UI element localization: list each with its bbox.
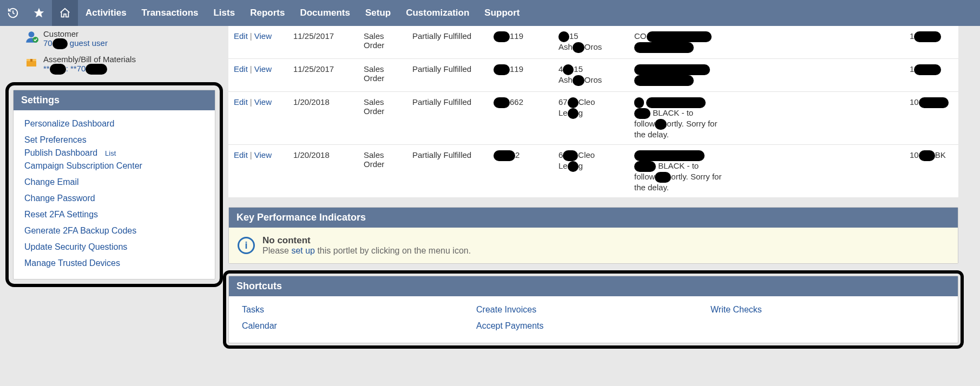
row-docnum: 2 [488, 145, 553, 198]
kpi-nocontent: No content [262, 235, 471, 246]
shortcut-tasks[interactable]: Tasks [242, 302, 476, 318]
settings-portlet: Settings Personalize Dashboard Set Prefe… [13, 90, 215, 279]
table-row: Edit|View 1/20/2018 Sales Order Partiall… [228, 92, 958, 145]
row-amount: 10BK [904, 145, 958, 198]
recent-icon[interactable] [0, 0, 26, 26]
row-date: 11/25/2017 [288, 26, 358, 59]
row-view[interactable]: View [254, 64, 272, 74]
row-type: Sales Order [358, 59, 407, 92]
settings-update-security-questions[interactable]: Update Security Questions [24, 239, 207, 255]
row-view[interactable]: View [254, 97, 272, 107]
shortcut-calendar[interactable]: Calendar [242, 318, 476, 334]
table-row: Edit|View 11/25/2017 Sales Order Partial… [228, 26, 958, 59]
row-view[interactable]: View [254, 150, 272, 159]
quick-customer-label: Customer [43, 29, 108, 38]
row-view[interactable]: View [254, 31, 272, 41]
settings-personalize-dashboard[interactable]: Personalize Dashboard [24, 116, 207, 132]
row-customer: 15AshOros [553, 26, 629, 59]
settings-change-email[interactable]: Change Email [24, 174, 207, 190]
shortcut-write-checks[interactable]: Write Checks [711, 302, 945, 318]
row-amount: 10 [904, 92, 958, 145]
top-nav: Activities Transactions Lists Reports Do… [0, 0, 980, 26]
kpi-setup-link[interactable]: set up [291, 246, 315, 255]
row-date: 1/20/2018 [288, 92, 358, 145]
row-status: Partially Fulfilled [407, 59, 488, 92]
settings-publish-dashboard-list[interactable]: List [105, 146, 116, 161]
row-docnum: 119 [488, 59, 553, 92]
row-date: 11/25/2017 [288, 59, 358, 92]
row-date: 1/20/2018 [288, 145, 358, 198]
quick-assembly-label: Assembly/Bill of Materials [43, 55, 136, 64]
row-type: Sales Order [358, 145, 407, 198]
assembly-icon [24, 55, 39, 70]
row-amount: 1 [904, 26, 958, 59]
row-status: Partially Fulfilled [407, 145, 488, 198]
quick-customer[interactable]: Customer 70 guest user [13, 28, 215, 54]
row-memo [629, 59, 904, 92]
nav-lists[interactable]: Lists [206, 0, 242, 26]
nav-activities[interactable]: Activities [78, 0, 134, 26]
row-edit[interactable]: Edit [234, 150, 248, 159]
row-docnum: 662 [488, 92, 553, 145]
kpi-header: Key Performance Indicators [229, 208, 958, 228]
row-amount: 1 [904, 59, 958, 92]
row-memo: BLACK - to followortly. Sorry for the de… [629, 145, 904, 198]
info-icon: i [238, 237, 255, 254]
row-status: Partially Fulfilled [407, 26, 488, 59]
row-status: Partially Fulfilled [407, 92, 488, 145]
nav-documents[interactable]: Documents [292, 0, 358, 26]
svg-point-1 [29, 31, 35, 37]
nav-customization[interactable]: Customization [398, 0, 477, 26]
table-row: Edit|View 1/20/2018 Sales Order Partiall… [228, 145, 958, 198]
settings-publish-dashboard[interactable]: Publish Dashboard [24, 145, 97, 161]
settings-reset-2fa[interactable]: Reset 2FA Settings [24, 207, 207, 223]
home-icon[interactable] [52, 0, 78, 26]
row-edit[interactable]: Edit [234, 64, 248, 74]
settings-generate-2fa-backup[interactable]: Generate 2FA Backup Codes [24, 223, 207, 239]
row-customer: 415AshOros [553, 59, 629, 92]
quick-assembly-sub: **: **70 [43, 64, 136, 75]
nav-support[interactable]: Support [477, 0, 527, 26]
kpi-message: Please set up this portlet by clicking o… [262, 246, 471, 256]
shortcuts-portlet: Shortcuts Tasks Calendar Create Invoices… [228, 276, 958, 343]
row-customer: 67CleoLeg [553, 92, 629, 145]
row-edit[interactable]: Edit [234, 31, 248, 41]
quick-assembly[interactable]: Assembly/Bill of Materials **: **70 [13, 54, 215, 79]
row-customer: 6CleoLeg [553, 145, 629, 198]
nav-setup[interactable]: Setup [358, 0, 398, 26]
nav-transactions[interactable]: Transactions [134, 0, 206, 26]
customer-icon [24, 29, 39, 44]
quick-customer-sub: 70 guest user [43, 38, 108, 49]
row-edit[interactable]: Edit [234, 97, 248, 107]
shortcut-create-invoices[interactable]: Create Invoices [476, 302, 711, 318]
orders-table: Edit|View 11/25/2017 Sales Order Partial… [228, 26, 958, 197]
shortcut-accept-payments[interactable]: Accept Payments [476, 318, 711, 334]
star-icon[interactable] [26, 0, 52, 26]
settings-header: Settings [14, 90, 215, 110]
shortcuts-header: Shortcuts [229, 276, 958, 296]
svg-rect-5 [30, 59, 32, 62]
row-memo: CO [629, 26, 904, 59]
settings-change-password[interactable]: Change Password [24, 190, 207, 207]
settings-manage-trusted-devices[interactable]: Manage Trusted Devices [24, 255, 207, 271]
nav-reports[interactable]: Reports [242, 0, 292, 26]
table-row: Edit|View 11/25/2017 Sales Order Partial… [228, 59, 958, 92]
row-type: Sales Order [358, 92, 407, 145]
row-memo: BLACK - to followortly. Sorry for the de… [629, 92, 904, 145]
svg-marker-0 [34, 8, 44, 17]
row-docnum: 119 [488, 26, 553, 59]
kpi-portlet: Key Performance Indicators i No content … [228, 207, 958, 264]
row-type: Sales Order [358, 26, 407, 59]
